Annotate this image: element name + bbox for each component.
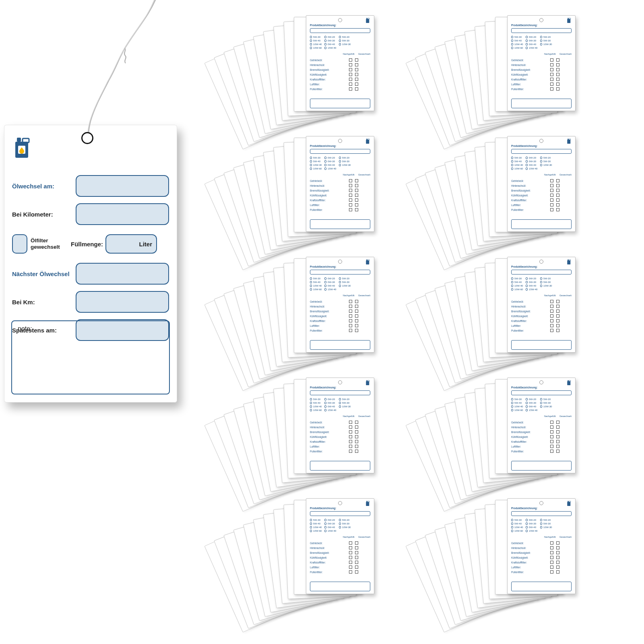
checkbox-changed[interactable] [556,541,559,545]
checkbox-refilled[interactable] [349,179,352,182]
checkbox-changed[interactable] [355,440,358,443]
checkbox-grade[interactable] [540,36,542,38]
checkbox-refilled[interactable] [550,329,553,332]
checkbox-changed[interactable] [556,445,559,448]
checkbox-grade[interactable] [324,277,326,280]
checkbox-changed[interactable] [355,58,358,62]
checkbox-grade[interactable] [310,36,312,38]
checkbox-grade[interactable] [324,530,326,532]
checkbox-grade[interactable] [526,530,528,532]
checkbox-changed[interactable] [556,63,559,66]
checkbox-grade[interactable] [310,402,312,404]
checkbox-grade[interactable] [511,409,513,411]
checkbox-changed[interactable] [355,329,358,332]
checkbox-refilled[interactable] [550,68,553,71]
checkbox-grade[interactable] [526,398,528,400]
checkbox-refilled[interactable] [349,450,352,453]
checkbox-refilled[interactable] [349,566,352,569]
checkbox-changed[interactable] [355,310,358,313]
checkbox-changed[interactable] [355,184,358,187]
checkbox-grade[interactable] [310,398,312,400]
checkbox-changed[interactable] [355,430,358,433]
checkbox-refilled[interactable] [349,310,352,313]
checkbox-refilled[interactable] [550,208,553,211]
checkbox-grade[interactable] [526,164,528,166]
checkbox-grade[interactable] [324,288,326,291]
checkbox-refilled[interactable] [349,314,352,318]
checkbox-refilled[interactable] [349,300,352,303]
input-fill-amount[interactable]: Liter [105,234,157,254]
checkbox-grade[interactable] [324,39,326,42]
checkbox-refilled[interactable] [349,198,352,202]
checkbox-refilled[interactable] [550,435,553,438]
checkbox-changed[interactable] [355,450,358,453]
checkbox-refilled[interactable] [349,63,352,66]
checkbox-grade[interactable] [324,405,326,408]
checkbox-grade[interactable] [526,519,528,521]
checkbox-refilled[interactable] [550,440,553,443]
checkbox-changed[interactable] [556,421,559,424]
checkbox-changed[interactable] [556,184,559,187]
checkbox-refilled[interactable] [349,319,352,322]
input-next-km[interactable] [76,291,169,313]
input-product-name[interactable] [310,149,370,154]
checkbox-grade[interactable] [540,285,542,287]
checkbox-refilled[interactable] [349,189,352,192]
checkbox-grade[interactable] [540,43,542,45]
checkbox-changed[interactable] [556,78,559,81]
checkbox-grade[interactable] [310,281,312,283]
checkbox-changed[interactable] [355,551,358,554]
checkbox-changed[interactable] [556,179,559,182]
checkbox-changed[interactable] [355,435,358,438]
checkbox-grade[interactable] [526,160,528,163]
checkbox-refilled[interactable] [349,421,352,424]
checkbox-grade[interactable] [339,519,341,521]
checkbox-refilled[interactable] [550,445,553,448]
checkbox-oilfilter-changed[interactable] [12,234,27,254]
checkbox-changed[interactable] [556,570,559,574]
input-oilchange-date[interactable] [76,175,169,197]
checkbox-grade[interactable] [526,157,528,159]
checkbox-grade[interactable] [310,277,312,280]
checkbox-grade[interactable] [324,167,326,170]
checkbox-refilled[interactable] [349,445,352,448]
checkbox-grade[interactable] [310,522,312,525]
checkbox-grade[interactable] [324,43,326,45]
checkbox-grade[interactable] [511,519,513,521]
checkbox-refilled[interactable] [349,87,352,91]
checkbox-changed[interactable] [355,541,358,545]
checkbox-refilled[interactable] [349,425,352,429]
checkbox-grade[interactable] [526,285,528,287]
checkbox-refilled[interactable] [550,189,553,192]
checkbox-grade[interactable] [526,405,528,408]
checkbox-changed[interactable] [355,203,358,206]
checkbox-changed[interactable] [556,83,559,86]
input-product-name[interactable] [511,511,572,516]
checkbox-grade[interactable] [511,405,513,408]
checkbox-changed[interactable] [556,300,559,303]
checkbox-grade[interactable] [540,405,542,408]
checkbox-grade[interactable] [324,36,326,38]
checkbox-grade[interactable] [339,43,341,45]
checkbox-grade[interactable] [324,409,326,411]
checkbox-grade[interactable] [310,526,312,528]
checkbox-grade[interactable] [511,157,513,159]
checkbox-changed[interactable] [556,194,559,197]
checkbox-grade[interactable] [526,288,528,291]
checkbox-grade[interactable] [526,402,528,404]
checkbox-changed[interactable] [355,83,358,86]
checkbox-refilled[interactable] [349,83,352,86]
checkbox-changed[interactable] [556,87,559,91]
checkbox-refilled[interactable] [550,319,553,322]
checkbox-refilled[interactable] [550,310,553,313]
checkbox-refilled[interactable] [550,314,553,318]
checkbox-changed[interactable] [355,566,358,569]
checkbox-changed[interactable] [556,208,559,211]
checkbox-grade[interactable] [511,39,513,42]
checkbox-grade[interactable] [324,285,326,287]
checkbox-grade[interactable] [310,43,312,45]
checkbox-grade[interactable] [324,160,326,163]
checkbox-changed[interactable] [355,194,358,197]
checkbox-changed[interactable] [556,450,559,453]
checkbox-grade[interactable] [540,39,542,42]
